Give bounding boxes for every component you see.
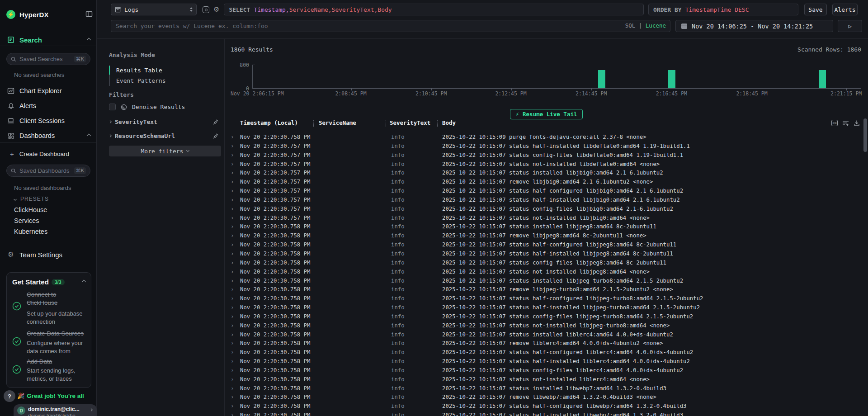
row-expand-icon[interactable]: › [231, 304, 234, 311]
table-row[interactable]: ›Nov 20 2:20:30.758 PMinfo2025-10-22 10:… [225, 268, 868, 277]
row-expand-icon[interactable]: › [231, 223, 234, 230]
pin-icon[interactable] [212, 119, 219, 125]
row-expand-icon[interactable]: › [231, 411, 234, 416]
preset-services[interactable]: Services [14, 217, 39, 224]
create-dashboard-button[interactable]: + Create Dashboard [0, 149, 97, 158]
row-expand-icon[interactable]: › [231, 402, 234, 409]
events-histogram[interactable] [252, 65, 861, 89]
table-row[interactable]: ›Nov 20 2:20:30.757 PMinfo2025-10-22 10:… [225, 169, 868, 178]
sidebar-collapse-icon[interactable] [85, 10, 93, 18]
source-target-button[interactable] [203, 6, 209, 13]
col-timestamp[interactable]: Timestamp (Local) [240, 119, 298, 126]
row-expand-icon[interactable]: › [231, 376, 234, 383]
row-expand-icon[interactable]: › [231, 151, 234, 158]
table-row[interactable]: ›Nov 20 2:20:30.758 PMinfo2025-10-22 10:… [225, 303, 868, 312]
download-icon[interactable] [854, 120, 860, 126]
table-row[interactable]: ›Nov 20 2:20:30.758 PMinfo2025-10-22 10:… [225, 384, 868, 393]
row-expand-icon[interactable]: › [231, 313, 234, 320]
column-resize-handle[interactable] [386, 120, 386, 127]
saved-dashboards-input[interactable]: Saved Dashboards ⌘K [6, 165, 90, 177]
save-button[interactable]: Save [804, 4, 827, 15]
query-language-toggle[interactable]: SQL | Lucene [625, 22, 666, 29]
row-expand-icon[interactable]: › [231, 349, 234, 355]
select-query-input[interactable]: SELECT Timestamp,ServiceName,SeverityTex… [224, 4, 644, 15]
table-row[interactable]: ›Nov 20 2:20:30.758 PMinfo2025-10-22 10:… [225, 331, 868, 340]
row-expand-icon[interactable]: › [231, 286, 234, 293]
row-expand-icon[interactable]: › [231, 169, 234, 176]
row-expand-icon[interactable]: › [231, 161, 234, 167]
row-expand-icon[interactable]: › [231, 268, 234, 275]
sidebar-item-client-sessions[interactable]: Client Sessions [0, 115, 97, 127]
search-input[interactable] [111, 20, 670, 32]
gs-step-title[interactable]: Add Data [27, 358, 85, 366]
code-view-icon[interactable]: <> [831, 120, 838, 126]
mode-event-patterns[interactable]: Event Patterns [110, 76, 166, 86]
table-row[interactable]: ›Nov 20 2:20:30.758 PMinfo2025-10-22 10:… [225, 339, 868, 348]
row-expand-icon[interactable]: › [231, 178, 234, 185]
table-row[interactable]: ›Nov 20 2:20:30.757 PMinfo2025-10-22 10:… [225, 178, 868, 187]
row-expand-icon[interactable]: › [231, 142, 234, 149]
histogram-bar[interactable] [668, 70, 675, 88]
table-row[interactable]: ›Nov 20 2:20:30.758 PMinfo2025-10-22 10:… [225, 133, 868, 142]
row-expand-icon[interactable]: › [231, 241, 234, 248]
table-row[interactable]: ›Nov 20 2:20:30.757 PMinfo2025-10-22 10:… [225, 160, 868, 169]
row-expand-icon[interactable]: › [231, 232, 234, 239]
saved-searches-input[interactable]: Saved Searches ⌘K [6, 53, 90, 65]
table-row[interactable]: ›Nov 20 2:20:30.757 PMinfo2025-10-22 10:… [225, 142, 868, 151]
row-expand-icon[interactable]: › [231, 259, 234, 266]
vertical-scrollbar[interactable] [863, 118, 867, 152]
row-expand-icon[interactable]: › [231, 205, 234, 212]
column-resize-handle[interactable] [313, 120, 314, 127]
sidebar-item-alerts[interactable]: Alerts [0, 100, 97, 112]
table-row[interactable]: ›Nov 20 2:20:30.758 PMinfo2025-10-22 10:… [225, 250, 868, 259]
row-expand-icon[interactable]: › [231, 133, 234, 140]
col-body[interactable]: Body [442, 119, 456, 126]
source-select[interactable]: Logs [111, 4, 197, 15]
histogram-bar[interactable] [819, 70, 826, 88]
row-expand-icon[interactable]: › [231, 322, 234, 329]
table-row[interactable]: ›Nov 20 2:20:30.758 PMinfo2025-10-22 10:… [225, 222, 868, 232]
row-expand-icon[interactable]: › [231, 250, 234, 257]
table-row[interactable]: ›Nov 20 2:20:30.758 PMinfo2025-10-22 10:… [225, 277, 868, 286]
table-row[interactable]: ›Nov 20 2:20:30.758 PMinfo2025-10-22 10:… [225, 294, 868, 303]
order-by-input[interactable]: ORDER BY TimestampTime DESC [648, 4, 798, 15]
table-row[interactable]: ›Nov 20 2:20:30.757 PMinfo2025-10-22 10:… [225, 151, 868, 160]
histogram-bar[interactable] [598, 70, 605, 88]
table-row[interactable]: ›Nov 20 2:20:30.758 PMinfo2025-10-22 10:… [225, 402, 868, 411]
help-button[interactable]: ? [4, 390, 15, 402]
table-row[interactable]: ›Nov 20 2:20:30.758 PMinfo2025-10-22 10:… [225, 241, 868, 250]
resume-live-tail-button[interactable]: ⚡ Resume Live Tail [510, 109, 583, 119]
sidebar-item-dashboards[interactable]: Dashboards [0, 130, 97, 142]
table-row[interactable]: ›Nov 20 2:20:30.757 PMinfo2025-10-22 10:… [225, 205, 868, 214]
alerts-button[interactable]: Alerts [832, 4, 858, 15]
col-servicename[interactable]: ServiceName [319, 119, 356, 126]
row-expand-icon[interactable]: › [231, 340, 234, 346]
more-filters-button[interactable]: More filters [109, 146, 221, 156]
table-row[interactable]: ›Nov 20 2:20:30.758 PMinfo2025-10-22 10:… [225, 232, 868, 241]
gs-step-title[interactable]: Connect to ClickHouse [27, 291, 85, 307]
table-row[interactable]: ›Nov 20 2:20:30.757 PMinfo2025-10-22 10:… [225, 196, 868, 205]
table-row[interactable]: ›Nov 20 2:20:30.758 PMinfo2025-10-22 10:… [225, 312, 868, 321]
table-row[interactable]: ›Nov 20 2:20:30.758 PMinfo2025-10-22 10:… [225, 357, 868, 366]
row-expand-icon[interactable]: › [231, 295, 234, 302]
mode-results-table[interactable]: Results Table [110, 65, 166, 76]
filter-group-severitytext[interactable]: SeverityText [109, 118, 219, 125]
time-range-picker[interactable]: Nov 20 14:06:25 - Nov 20 14:21:25 [675, 20, 833, 32]
row-expand-icon[interactable]: › [231, 196, 234, 203]
row-expand-icon[interactable]: › [231, 358, 234, 364]
wrap-lines-icon[interactable] [842, 120, 849, 126]
row-expand-icon[interactable]: › [231, 393, 234, 400]
run-query-button[interactable]: ▷ [838, 20, 862, 32]
preset-clickhouse[interactable]: ClickHouse [14, 206, 47, 213]
table-row[interactable]: ›Nov 20 2:20:30.757 PMinfo2025-10-22 10:… [225, 214, 868, 223]
pin-icon[interactable] [212, 133, 219, 139]
row-expand-icon[interactable]: › [231, 187, 234, 194]
gear-icon[interactable]: ⚙ [213, 5, 219, 14]
user-menu[interactable]: D dominic.tran@clic... dominic.tran@clic… [14, 404, 97, 416]
sidebar-item-search[interactable]: Search [0, 34, 97, 46]
gs-step-title[interactable]: Create Data Sources [27, 330, 85, 338]
chevron-up-icon[interactable] [87, 38, 91, 42]
presets-toggle[interactable]: PRESETS [14, 196, 49, 202]
column-resize-handle[interactable] [437, 120, 438, 127]
row-expand-icon[interactable]: › [231, 367, 234, 373]
